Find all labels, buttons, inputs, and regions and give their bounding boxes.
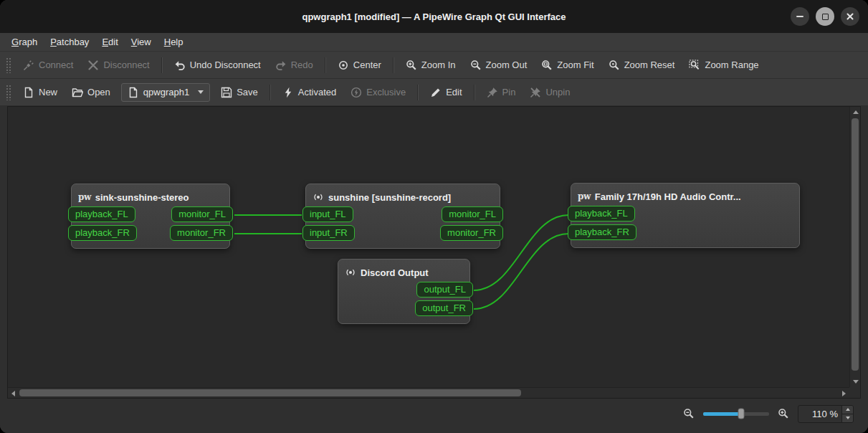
zoom-in-button[interactable]: Zoom In: [399, 56, 462, 75]
new-button[interactable]: New: [16, 83, 64, 102]
zoom-in-icon: [406, 60, 417, 71]
port-output-fr[interactable]: output_FR: [415, 300, 473, 316]
zoom-out-icon[interactable]: [683, 408, 695, 419]
spin-up-button[interactable]: [842, 406, 853, 414]
minimize-button[interactable]: [791, 7, 809, 26]
scroll-left-icon[interactable]: [11, 391, 15, 396]
menu-edit[interactable]: Edit: [96, 34, 123, 49]
titlebar[interactable]: qpwgraph1 [modified] — A PipeWire Graph …: [0, 0, 868, 33]
node-sink-sunshine-stereo[interactable]: pw sink-sunshine-stereo playback_FL moni…: [71, 184, 230, 249]
pipewire-icon: pw: [578, 192, 591, 201]
pipewire-icon: pw: [78, 193, 91, 201]
node-sunshine-record[interactable]: sunshine [sunshine-record] input_FL moni…: [305, 184, 500, 249]
scroll-up-icon[interactable]: [853, 110, 859, 114]
zoom-out-button[interactable]: Zoom Out: [464, 56, 534, 75]
port-playback-fl[interactable]: playback_FL: [568, 206, 635, 222]
port-input-fr[interactable]: input_FR: [302, 225, 355, 241]
save-button[interactable]: Save: [214, 83, 264, 102]
zoom-reset-button[interactable]: Zoom Reset: [602, 56, 682, 75]
activated-toggle[interactable]: Activated: [276, 83, 343, 102]
undo-disconnect-button[interactable]: Undo Disconnect: [168, 56, 267, 75]
zoom-spinbox-value[interactable]: 110 %: [798, 406, 841, 422]
pin-icon: [487, 87, 498, 98]
graph-canvas[interactable]: pw sink-sunshine-stereo playback_FL moni…: [7, 106, 861, 399]
zoom-in-icon[interactable]: [778, 408, 789, 419]
scroll-down-icon[interactable]: [853, 380, 859, 384]
port-monitor-fl[interactable]: monitor_FL: [171, 206, 233, 222]
maximize-icon: [822, 14, 829, 20]
zoom-slider[interactable]: [703, 412, 769, 416]
file-icon: [128, 87, 139, 98]
port-output-fl[interactable]: output_FL: [416, 282, 473, 298]
toolbar-separator: [474, 85, 475, 100]
zoom-slider-fill: [703, 412, 741, 416]
disconnect-icon: [87, 60, 99, 71]
close-icon: [846, 12, 854, 21]
graph-toolbar: Connect Disconnect Undo Disconnect Redo …: [0, 52, 868, 79]
open-folder-icon: [72, 87, 83, 98]
vertical-scrollbar-thumb[interactable]: [852, 118, 859, 371]
spin-down-button[interactable]: [842, 414, 853, 422]
toolbar-separator: [325, 57, 326, 73]
close-button[interactable]: [841, 7, 859, 26]
redo-button[interactable]: Redo: [269, 56, 320, 75]
port-playback-fr[interactable]: playback_FR: [568, 224, 636, 240]
horizontal-scrollbar-thumb[interactable]: [19, 389, 521, 396]
redo-icon: [275, 60, 287, 71]
toolbar-separator: [161, 57, 163, 73]
node-family-hd-audio[interactable]: pw Family 17h/19h HD Audio Contr... play…: [571, 183, 800, 248]
minimize-icon: [796, 16, 803, 17]
save-icon: [221, 87, 232, 98]
zoom-spinbox[interactable]: 110 %: [798, 405, 854, 423]
scroll-right-icon[interactable]: [842, 391, 846, 396]
zoom-out-icon: [470, 60, 482, 71]
vertical-scrollbar[interactable]: [849, 107, 860, 387]
toolbar-separator: [270, 85, 271, 100]
horizontal-scrollbar[interactable]: [8, 387, 849, 398]
menu-view[interactable]: View: [125, 34, 157, 49]
port-playback-fl[interactable]: playback_FL: [68, 206, 135, 222]
record-icon: [313, 191, 324, 203]
menu-help[interactable]: Help: [158, 34, 189, 49]
spin-down-icon: [846, 417, 850, 419]
undo-icon: [174, 60, 186, 71]
zoom-fit-button[interactable]: Zoom Fit: [535, 56, 600, 75]
chevron-down-icon: [198, 90, 204, 94]
port-monitor-fr[interactable]: monitor_FR: [170, 225, 233, 241]
menu-patchbay[interactable]: Patchbay: [44, 34, 95, 49]
port-monitor-fl[interactable]: monitor_FL: [442, 206, 503, 222]
menubar: Graph Patchbay Edit View Help: [0, 33, 868, 52]
window-title: qpwgraph1 [modified] — A PipeWire Graph …: [302, 11, 566, 22]
center-button[interactable]: Center: [331, 56, 388, 75]
unpin-icon: [530, 87, 541, 98]
spin-up-icon: [846, 408, 850, 411]
menu-graph[interactable]: Graph: [6, 34, 43, 49]
node-discord-output[interactable]: Discord Output output_FL output_FR: [338, 259, 470, 324]
unpin-button[interactable]: Unpin: [523, 83, 576, 102]
bolt-icon: [282, 87, 294, 98]
open-button[interactable]: Open: [65, 83, 117, 102]
center-icon: [338, 60, 349, 71]
toolbar-grip[interactable]: [6, 57, 11, 73]
port-playback-fr[interactable]: playback_FR: [68, 225, 137, 241]
port-input-fl[interactable]: input_FL: [302, 206, 353, 222]
connect-button[interactable]: Connect: [16, 56, 80, 75]
node-title: pw sink-sunshine-stereo: [72, 188, 229, 206]
port-monitor-fr[interactable]: monitor_FR: [440, 225, 503, 241]
file-toolbar: New Open qpwgraph1 Save Activated Exclus…: [0, 79, 868, 106]
scrollbar-corner: [849, 387, 860, 398]
zoom-fit-icon: [541, 60, 553, 71]
edit-button[interactable]: Edit: [424, 83, 468, 102]
statusbar: 110 %: [0, 399, 868, 433]
maximize-button[interactable]: [816, 7, 834, 26]
zoom-slider-handle[interactable]: [738, 409, 745, 419]
toolbar-grip[interactable]: [6, 85, 11, 100]
exclusive-toggle[interactable]: Exclusive: [344, 83, 412, 102]
connect-icon: [23, 60, 34, 71]
zoom-reset-icon: [609, 60, 620, 71]
session-combobox[interactable]: qpwgraph1: [121, 83, 210, 102]
zoom-range-icon: [689, 60, 700, 71]
disconnect-button[interactable]: Disconnect: [81, 56, 156, 75]
zoom-range-button[interactable]: Zoom Range: [682, 56, 765, 75]
pin-button[interactable]: Pin: [480, 83, 523, 102]
